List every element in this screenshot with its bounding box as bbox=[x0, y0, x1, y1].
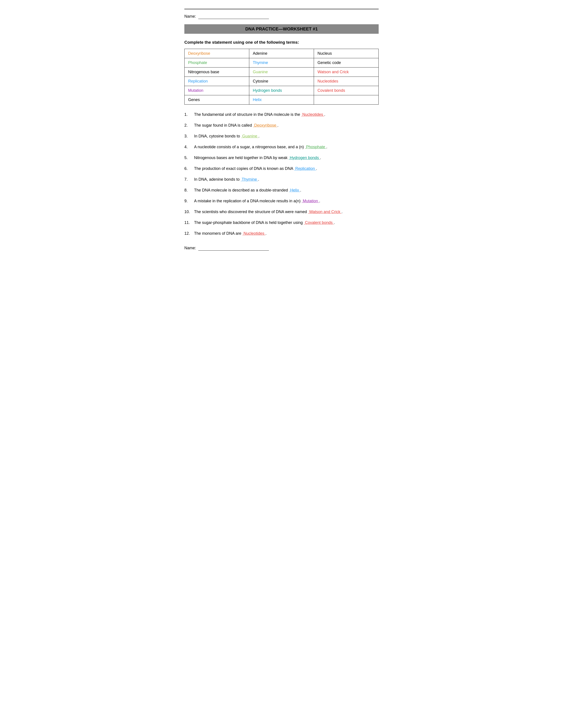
answer-text: Hydrogen bonds bbox=[289, 156, 320, 160]
table-cell: Nitrogenous base bbox=[184, 68, 249, 77]
question-item: 3.In DNA, cytosine bonds to Guanine . bbox=[184, 133, 379, 139]
name-input-top[interactable] bbox=[198, 14, 269, 19]
question-item: 9.A mistake in the replication of a DNA … bbox=[184, 198, 379, 204]
worksheet-title: DNA PRACTICE—WORKSHEET #1 bbox=[245, 26, 318, 31]
instructions-text: Complete the statement using one of the … bbox=[184, 40, 379, 45]
question-item: 7.In DNA, adenine bonds to Thymine . bbox=[184, 176, 379, 182]
question-num: 5. bbox=[184, 155, 192, 161]
question-item: 1.The fundamental unit of structure in t… bbox=[184, 112, 379, 118]
name-field-bottom: Name: bbox=[184, 245, 379, 251]
answer-text: Replication bbox=[294, 166, 316, 171]
question-num: 3. bbox=[184, 133, 192, 139]
terms-table: DeoxyriboseAdenineNucleusPhosphateThymin… bbox=[184, 49, 379, 105]
top-divider bbox=[184, 9, 379, 9]
question-item: 4.A nucleotide consists of a sugar, a ni… bbox=[184, 144, 379, 150]
table-row: DeoxyriboseAdenineNucleus bbox=[184, 49, 379, 58]
question-text: The sugar-phosphate backbone of DNA is h… bbox=[194, 220, 379, 226]
table-cell: Watson and Crick bbox=[314, 68, 379, 77]
name-label-bottom: Name: bbox=[184, 246, 196, 250]
question-num: 7. bbox=[184, 176, 192, 182]
question-item: 12.The monomers of DNA are Nucleotides . bbox=[184, 231, 379, 236]
question-text: In DNA, adenine bonds to Thymine . bbox=[194, 176, 379, 182]
name-label-top: Name: bbox=[184, 14, 196, 19]
answer-text: Nucleotides bbox=[301, 112, 324, 117]
question-num: 4. bbox=[184, 144, 192, 150]
table-cell: Deoxyribose bbox=[184, 49, 249, 58]
question-text: In DNA, cytosine bonds to Guanine . bbox=[194, 133, 379, 139]
answer-text: Deoxyribose bbox=[253, 123, 277, 128]
table-cell: Mutation bbox=[184, 86, 249, 95]
question-text: A mistake in the replication of a DNA mo… bbox=[194, 198, 379, 204]
answer-text: Helix bbox=[289, 188, 300, 192]
answer-text: Watson and Crick bbox=[308, 210, 341, 214]
answer-text: Nucleotides bbox=[242, 231, 265, 236]
table-row: ReplicationCytosineNucleotides bbox=[184, 77, 379, 86]
table-cell: Adenine bbox=[249, 49, 314, 58]
answer-text: Covalent bonds bbox=[304, 220, 334, 225]
answer-text: Mutation bbox=[302, 199, 319, 203]
question-item: 6.The production of exact copies of DNA … bbox=[184, 166, 379, 172]
question-num: 2. bbox=[184, 122, 192, 128]
table-row: PhosphateThymineGenetic code bbox=[184, 58, 379, 68]
table-cell: Replication bbox=[184, 77, 249, 86]
question-item: 11.The sugar-phosphate backbone of DNA i… bbox=[184, 220, 379, 226]
question-text: The monomers of DNA are Nucleotides . bbox=[194, 231, 379, 236]
question-item: 2.The sugar found in DNA is called Deoxy… bbox=[184, 122, 379, 128]
table-cell: Genetic code bbox=[314, 58, 379, 68]
table-cell: Helix bbox=[249, 95, 314, 105]
question-num: 10. bbox=[184, 209, 192, 215]
question-item: 10.The scientists who discovered the str… bbox=[184, 209, 379, 215]
table-cell: Hydrogen bonds bbox=[249, 86, 314, 95]
table-cell: Nucleus bbox=[314, 49, 379, 58]
question-text: A nucleotide consists of a sugar, a nitr… bbox=[194, 144, 379, 150]
question-num: 1. bbox=[184, 112, 192, 118]
answer-text: Thymine bbox=[241, 177, 258, 182]
table-cell: Nucleotides bbox=[314, 77, 379, 86]
table-cell bbox=[314, 95, 379, 105]
question-num: 11. bbox=[184, 220, 192, 226]
question-text: The fundamental unit of structure in the… bbox=[194, 112, 379, 118]
question-text: The scientists who discovered the struct… bbox=[194, 209, 379, 215]
question-text: The sugar found in DNA is called Deoxyri… bbox=[194, 122, 379, 128]
table-cell: Phosphate bbox=[184, 58, 249, 68]
question-num: 8. bbox=[184, 187, 192, 193]
question-num: 12. bbox=[184, 231, 192, 236]
answer-text: Guanine bbox=[241, 134, 258, 138]
question-num: 9. bbox=[184, 198, 192, 204]
question-text: The production of exact copies of DNA is… bbox=[194, 166, 379, 172]
table-cell: Genes bbox=[184, 95, 249, 105]
table-row: Nitrogenous baseGuanineWatson and Crick bbox=[184, 68, 379, 77]
answer-text: Phosphate bbox=[305, 145, 326, 149]
table-cell: Covalent bonds bbox=[314, 86, 379, 95]
questions-list: 1.The fundamental unit of structure in t… bbox=[184, 112, 379, 236]
question-text: Nitrogenous bases are held together in D… bbox=[194, 155, 379, 161]
question-item: 5.Nitrogenous bases are held together in… bbox=[184, 155, 379, 161]
table-cell: Cytosine bbox=[249, 77, 314, 86]
question-text: The DNA molecule is described as a doubl… bbox=[194, 187, 379, 193]
table-row: GenesHelix bbox=[184, 95, 379, 105]
name-input-bottom[interactable] bbox=[198, 245, 269, 251]
name-field-top: Name: bbox=[184, 14, 379, 19]
table-cell: Thymine bbox=[249, 58, 314, 68]
table-cell: Guanine bbox=[249, 68, 314, 77]
title-box: DNA PRACTICE—WORKSHEET #1 bbox=[184, 24, 379, 34]
question-item: 8.The DNA molecule is described as a dou… bbox=[184, 187, 379, 193]
question-num: 6. bbox=[184, 166, 192, 172]
table-row: MutationHydrogen bondsCovalent bonds bbox=[184, 86, 379, 95]
